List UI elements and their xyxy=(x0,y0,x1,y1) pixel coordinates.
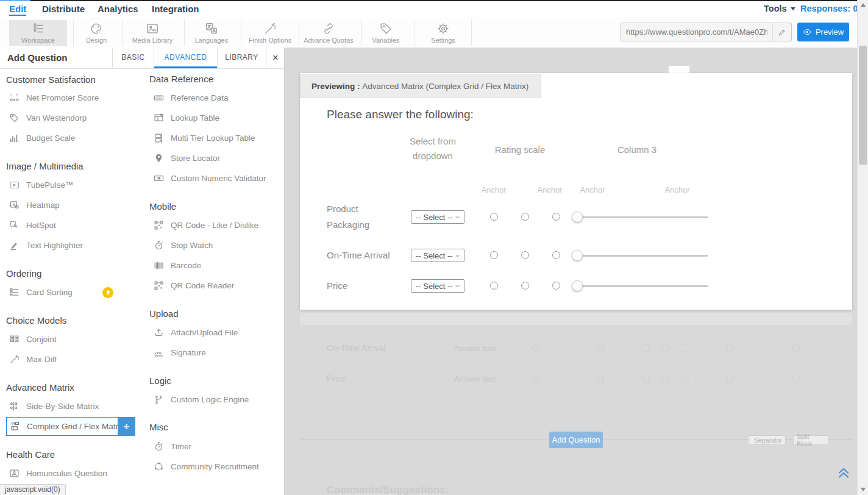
qtype-complex-grid-flex-matrix-selected[interactable]: Complex Grid / Flex Matrix + xyxy=(6,417,135,436)
row2-dropdown[interactable]: -- Select -- xyxy=(411,249,464,262)
qtype-community-recruitment[interactable]: Community Recruitment xyxy=(154,459,259,474)
qtype-net-promoter-score[interactable]: Net Promoter Score xyxy=(9,90,99,105)
row2-rating-radio-3[interactable] xyxy=(552,251,560,259)
tag-icon xyxy=(379,22,393,35)
row3-dropdown[interactable]: -- Select -- xyxy=(411,279,464,293)
section-health-care: Health Care xyxy=(6,449,55,460)
qtype-conjoint[interactable]: Conjoint xyxy=(9,332,57,346)
stopwatch-icon xyxy=(154,240,164,251)
qtype-custom-logic-engine[interactable]: Custom Logic Engine xyxy=(154,392,249,407)
tab-basic[interactable]: BASIC xyxy=(113,48,154,66)
column-header-rating: Rating scale xyxy=(489,143,550,157)
toolbar-finish-options[interactable]: Finish Options xyxy=(243,20,297,46)
languages-icon xyxy=(205,22,218,35)
close-panel-button[interactable]: ✕ xyxy=(266,48,285,68)
add-question-button[interactable]: Add Question xyxy=(549,432,603,448)
qtype-timer[interactable]: Timer xyxy=(154,439,191,454)
scroll-up-icon[interactable] xyxy=(861,3,866,7)
qtype-qr-code-like-dislike[interactable]: QR Code - Like / Dislike xyxy=(154,218,258,232)
edit-url-button[interactable] xyxy=(772,23,791,41)
row2-slider[interactable] xyxy=(572,250,708,261)
qtype-stop-watch[interactable]: Stop Watch xyxy=(154,238,213,252)
row2-rating-radio-1[interactable] xyxy=(490,251,498,259)
qtype-max-diff[interactable]: Max-Diff xyxy=(9,352,57,366)
row1-slider[interactable] xyxy=(572,212,708,223)
qtype-reference-data[interactable]: Reference Data xyxy=(154,90,229,105)
row1-dropdown[interactable]: -- Select -- xyxy=(411,210,464,224)
anchor-label: Anchor xyxy=(475,185,512,194)
qtype-text-highlighter[interactable]: Text Highlighter xyxy=(9,238,83,252)
toolbar-variables[interactable]: Variables xyxy=(363,20,408,46)
qtype-homunculus-question[interactable]: Homunculus Question xyxy=(9,466,107,480)
toolbar-languages[interactable]: Languages xyxy=(186,20,237,46)
browser-status-text: javascript:void(0) xyxy=(0,484,66,495)
bg-answer-placeholder: Answer text xyxy=(454,374,496,383)
nav-distribute[interactable]: Distribute xyxy=(42,4,85,14)
column-header-dropdown: Select from dropdown xyxy=(402,134,463,163)
toolbar-design[interactable]: Design xyxy=(76,20,117,46)
qtype-budget-scale[interactable]: Budget Scale xyxy=(9,130,75,145)
qtype-multi-tier-lookup-table[interactable]: Multi Tier Lookup Table xyxy=(154,130,255,145)
survey-url-input[interactable] xyxy=(621,27,772,37)
scroll-down-icon[interactable] xyxy=(861,488,866,491)
qtype-hotspot[interactable]: HotSpot xyxy=(9,218,56,232)
qtype-lookup-table[interactable]: Lookup Table xyxy=(154,110,219,125)
qtype-barcode[interactable]: Barcode xyxy=(154,258,201,272)
qtype-heatmap[interactable]: Heatmap xyxy=(9,198,60,212)
slider-handle[interactable] xyxy=(572,250,583,261)
nav-analytics[interactable]: Analytics xyxy=(98,4,138,14)
toolbar-divider xyxy=(299,20,299,46)
row3-rating-radio-1[interactable] xyxy=(490,282,498,290)
column-header-column3: Column 3 xyxy=(607,143,667,157)
chevron-down-icon xyxy=(454,283,461,290)
bg-row-label: On-Time Arrival xyxy=(327,343,386,353)
row1-rating-radio-3[interactable] xyxy=(552,213,560,221)
workspace-icon xyxy=(32,22,45,35)
section-logic: Logic xyxy=(149,376,171,386)
bg-radio xyxy=(532,344,540,352)
split-block-button[interactable]: Split Block xyxy=(793,435,828,445)
qtype-custom-numeric-validator[interactable]: Custom Numeric Validator xyxy=(154,171,266,185)
section-advanced-matrix: Advanced Matrix xyxy=(6,382,74,393)
conjoint-icon xyxy=(9,334,20,344)
separator-button[interactable]: Separator xyxy=(748,435,786,445)
tab-advanced[interactable]: ADVANCED xyxy=(154,48,217,68)
editor-toolbar: Workspace Design Media Library Languages… xyxy=(0,18,868,48)
qtype-side-by-side-matrix[interactable]: Side-By-Side Matrix xyxy=(9,399,99,413)
preview-button[interactable]: Preview xyxy=(797,23,849,41)
slider-handle[interactable] xyxy=(572,280,583,291)
tab-library[interactable]: LIBRARY xyxy=(218,48,266,66)
scroll-to-top-button[interactable] xyxy=(836,465,851,480)
stopwatch-icon xyxy=(154,441,164,452)
price-tag-icon xyxy=(9,113,20,123)
double-chevron-up-icon xyxy=(836,465,851,480)
section-customer-satisfaction: Customer Satisfaction xyxy=(6,74,96,85)
toolbar-media-library[interactable]: Media Library xyxy=(123,20,182,46)
qtype-tubepulse[interactable]: TubePulse™ xyxy=(9,177,74,192)
qtype-qr-code-reader[interactable]: QR Code Reader xyxy=(154,278,234,293)
row3-rating-radio-2[interactable] xyxy=(521,282,529,290)
toolbar-workspace[interactable]: Workspace xyxy=(9,20,67,46)
qtype-van-westendorp[interactable]: Van Westendorp xyxy=(9,110,87,125)
nav-integration[interactable]: Integration xyxy=(152,4,199,14)
qtype-attach-upload-file[interactable]: Attach/Upload File xyxy=(154,325,238,340)
qtype-store-locator[interactable]: Store Locator xyxy=(154,151,220,165)
matrix-row-label: Price xyxy=(327,278,406,294)
page-scrollbar[interactable] xyxy=(857,0,868,495)
row3-slider[interactable] xyxy=(572,280,708,291)
responses-count[interactable]: Responses: 0 xyxy=(800,4,858,13)
toolbar-settings[interactable]: Settings xyxy=(416,20,470,46)
row1-rating-radio-1[interactable] xyxy=(490,213,498,221)
row3-rating-radio-3[interactable] xyxy=(552,282,560,290)
bg-radio xyxy=(681,375,689,383)
tools-menu[interactable]: Tools xyxy=(764,4,795,13)
scrollbar-thumb[interactable] xyxy=(859,46,867,165)
slider-handle[interactable] xyxy=(572,212,583,223)
row2-rating-radio-2[interactable] xyxy=(521,251,529,259)
toolbar-advance-quotas[interactable]: Advance Quotas xyxy=(300,20,357,46)
nav-edit[interactable]: Edit xyxy=(9,4,26,16)
add-question-plus-button[interactable]: + xyxy=(118,417,135,436)
row1-rating-radio-2[interactable] xyxy=(521,213,529,221)
qtype-signature[interactable]: Signature xyxy=(154,345,206,360)
qtype-card-sorting[interactable]: Card Sorting xyxy=(9,285,73,299)
